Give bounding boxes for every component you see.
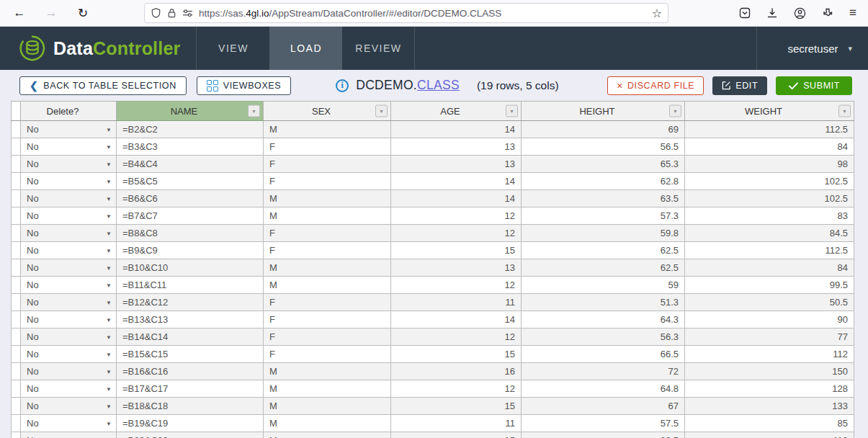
pocket-icon[interactable] [739,7,751,19]
name-cell[interactable]: =B10&C10 [117,259,264,277]
delete-dropdown-cell[interactable]: No▼ [21,294,117,311]
delete-dropdown-cell[interactable]: No▼ [21,380,117,398]
row-handle[interactable] [12,311,21,328]
edit-button[interactable]: EDIT [712,76,767,95]
row-handle[interactable] [12,346,21,363]
back-to-table-selection-button[interactable]: ❮ BACK TO TABLE SELECTION [19,76,187,95]
sex-cell[interactable]: F [264,328,391,346]
delete-dropdown-cell[interactable]: No▼ [21,328,117,346]
name-cell[interactable]: =B18&C18 [117,398,264,415]
row-handle[interactable] [12,138,21,156]
row-handle[interactable] [12,190,21,207]
name-cell[interactable]: =B12&C12 [117,294,264,311]
weight-cell[interactable]: 102.5 [685,173,854,190]
name-cell[interactable]: =B15&C15 [117,346,264,363]
height-cell[interactable]: 63.5 [522,190,685,207]
weight-cell[interactable]: 102.5 [685,190,854,207]
weight-cell[interactable]: 98 [685,156,854,173]
height-cell[interactable]: 66.5 [522,432,685,438]
row-handle[interactable] [12,398,21,415]
name-cell[interactable]: =B13&C13 [117,311,264,328]
age-cell[interactable]: 12 [391,380,522,398]
age-cell[interactable]: 11 [391,294,522,311]
sex-cell[interactable]: M [264,432,391,438]
row-handle[interactable] [12,173,21,190]
age-cell[interactable]: 13 [391,156,522,173]
height-cell[interactable]: 62.8 [522,173,685,190]
name-cell[interactable]: =B6&C6 [117,190,264,207]
row-handle[interactable] [12,259,21,277]
browser-forward-icon[interactable]: → [42,6,61,20]
weight-cell[interactable]: 90 [685,311,854,328]
delete-dropdown-cell[interactable]: No▼ [21,190,117,207]
age-cell[interactable]: 13 [391,138,522,156]
row-handle[interactable] [12,380,21,398]
height-cell[interactable]: 66.5 [522,346,685,363]
age-cell[interactable]: 15 [391,398,522,415]
column-header-name[interactable]: NAME▼ [117,102,264,121]
row-handle[interactable] [12,363,21,380]
sex-cell[interactable]: F [264,156,391,173]
delete-dropdown-cell[interactable]: No▼ [21,121,117,138]
delete-dropdown-cell[interactable]: No▼ [21,138,117,156]
sex-cell[interactable]: M [264,398,391,415]
name-cell[interactable]: =B16&C16 [117,363,264,380]
weight-cell[interactable]: 50.5 [685,294,854,311]
sex-cell[interactable]: F [264,138,391,156]
name-cell[interactable]: =B9&C9 [117,242,264,259]
sex-cell[interactable]: F [264,294,391,311]
age-cell[interactable]: 14 [391,121,522,138]
weight-cell[interactable]: 128 [685,380,854,398]
delete-dropdown-cell[interactable]: No▼ [21,398,117,415]
bookmark-star-icon[interactable]: ☆ [652,6,662,20]
weight-cell[interactable]: 77 [685,328,854,346]
sex-cell[interactable]: M [264,259,391,277]
height-cell[interactable]: 57.5 [522,415,685,432]
column-header-age[interactable]: AGE▼ [391,102,522,121]
weight-cell[interactable]: 99.5 [685,277,854,294]
age-cell[interactable]: 14 [391,173,522,190]
weight-cell[interactable]: 133 [685,398,854,415]
viewboxes-button[interactable]: VIEWBOXES [197,76,291,95]
weight-cell[interactable]: 112 [685,346,854,363]
height-cell[interactable]: 51.3 [522,294,685,311]
age-cell[interactable]: 14 [391,311,522,328]
discard-file-button[interactable]: × DISCARD FILE [607,76,704,95]
sex-cell[interactable]: F [264,173,391,190]
delete-dropdown-cell[interactable]: No▼ [21,363,117,380]
height-cell[interactable]: 65.3 [522,156,685,173]
app-logo[interactable]: DataController [0,27,196,70]
row-handle[interactable] [12,277,21,294]
url-text[interactable]: https://sas.4gl.io/AppStream/DataControl… [199,8,646,19]
filter-dropdown-icon[interactable]: ▼ [838,105,851,117]
weight-cell[interactable]: 112 [685,432,854,438]
height-cell[interactable]: 62.5 [522,242,685,259]
row-handle[interactable] [12,225,21,242]
row-handle[interactable] [12,207,21,225]
sex-cell[interactable]: M [264,380,391,398]
weight-cell[interactable]: 112.5 [685,242,854,259]
age-cell[interactable]: 12 [391,328,522,346]
height-cell[interactable]: 72 [522,363,685,380]
column-header-delete[interactable]: Delete? [21,102,117,121]
age-cell[interactable]: 14 [391,190,522,207]
delete-dropdown-cell[interactable]: No▼ [21,311,117,328]
tab-view[interactable]: VIEW [197,27,269,70]
delete-dropdown-cell[interactable]: No▼ [21,173,117,190]
sex-cell[interactable]: M [264,207,391,225]
tab-load[interactable]: LOAD [269,27,342,70]
age-cell[interactable]: 15 [391,346,522,363]
row-handle[interactable] [12,242,21,259]
user-menu[interactable]: secretuser ▾ [756,27,868,70]
delete-dropdown-cell[interactable]: No▼ [21,156,117,173]
delete-dropdown-cell[interactable]: No▼ [21,346,117,363]
height-cell[interactable]: 57.3 [522,207,685,225]
column-header-height[interactable]: HEIGHT▼ [522,102,685,121]
row-handle[interactable] [12,294,21,311]
sex-cell[interactable]: F [264,242,391,259]
filter-dropdown-icon[interactable]: ▼ [248,105,260,117]
sex-cell[interactable]: M [264,415,391,432]
age-cell[interactable]: 15 [391,242,522,259]
weight-cell[interactable]: 150 [685,363,854,380]
table-name-link[interactable]: CLASS [417,78,460,92]
